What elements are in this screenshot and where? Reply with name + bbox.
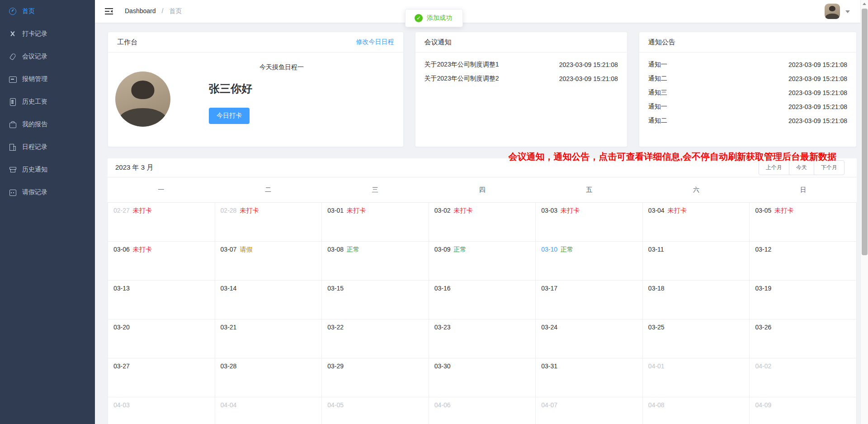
calendar-cell[interactable]: 03-08正常 [322, 242, 429, 281]
calendar-cell[interactable]: 03-23 [429, 319, 536, 358]
cell-date: 03-03 [541, 207, 557, 214]
calendar-cell[interactable]: 03-09正常 [429, 242, 536, 281]
calendar-cell[interactable]: 03-03未打卡 [536, 203, 643, 242]
calendar-cell[interactable]: 03-12 [750, 242, 857, 281]
breadcrumb-current: 首页 [169, 7, 182, 14]
calendar-cell[interactable]: 03-07请假 [215, 242, 322, 281]
cell-status: 未打卡 [133, 246, 152, 253]
calendar-cell[interactable]: 03-27 [108, 358, 215, 397]
cell-date: 03-05 [755, 207, 771, 214]
meeting-notice-row[interactable]: 关于2023年公司制度调整1 2023-03-09 15:21:08 [425, 61, 618, 69]
announcement-title[interactable]: 通知二 [648, 75, 667, 83]
cell-date: 03-12 [755, 246, 771, 253]
calendar-cell[interactable]: 03-24 [536, 319, 643, 358]
cell-date: 03-19 [755, 285, 771, 292]
calendar-cell[interactable]: 03-26 [750, 319, 857, 358]
calendar-cell[interactable]: 03-21 [215, 319, 322, 358]
cell-date: 03-02 [434, 207, 451, 214]
sidebar-item[interactable]: 请假记录 [0, 181, 95, 204]
sidebar-item[interactable]: 报销管理 [0, 68, 95, 91]
meeting-notice-row[interactable]: 关于2023年公司制度调整2 2023-03-09 15:21:08 [425, 75, 618, 83]
cell-status: 未打卡 [454, 207, 473, 214]
cell-date: 03-07 [221, 246, 237, 253]
breadcrumb-separator: / [161, 7, 163, 14]
calendar-cell[interactable]: 03-18 [643, 281, 750, 319]
calendar-cell[interactable]: 04-06 [429, 397, 536, 424]
calendar-cell[interactable]: 03-04未打卡 [643, 203, 750, 242]
calendar-cell[interactable]: 03-14 [215, 281, 322, 319]
calendar-cell[interactable]: 03-02未打卡 [429, 203, 536, 242]
calendar-cell[interactable]: 04-08 [643, 397, 750, 424]
scrollbar-thumb[interactable] [862, 9, 868, 255]
sidebar-item[interactable]: 会议记录 [0, 45, 95, 68]
calendar-cell[interactable]: 04-01 [643, 358, 750, 397]
announcement-row[interactable]: 通知二 2023-03-09 15:21:08 [648, 75, 847, 83]
user-menu[interactable] [825, 4, 850, 19]
calendar-cell[interactable]: 03-20 [108, 319, 215, 358]
calendar-cell[interactable]: 03-30 [429, 358, 536, 397]
announcement-title[interactable]: 通知三 [648, 89, 667, 97]
sidebar-item[interactable]: 历史工资 [0, 91, 95, 113]
sidebar-item[interactable]: 日程记录 [0, 136, 95, 158]
sidebar-item-label: 会议记录 [22, 52, 47, 61]
sidebar-item-label: 日程记录 [22, 143, 47, 151]
calendar-cell[interactable]: 03-28 [215, 358, 322, 397]
checkin-button[interactable]: 今日打卡 [209, 108, 250, 124]
calendar-cell[interactable]: 03-06未打卡 [108, 242, 215, 281]
announcements-card: 通知公告 通知一 2023-03-09 15:21:08 通知二 2023-03… [639, 32, 857, 147]
scrollbar-up-arrow-icon[interactable] [861, 0, 868, 7]
cards-row: 工作台 修改今日日程 今天摸鱼日程一 张三你好 今日打卡 会议通知 [108, 32, 857, 147]
calendar-cell[interactable]: 03-19 [750, 281, 857, 319]
sidebar-item[interactable]: 打卡记录 [0, 23, 95, 45]
calendar-cell[interactable]: 02-28未打卡 [215, 203, 322, 242]
edit-schedule-link[interactable]: 修改今日日程 [356, 38, 394, 46]
calendar-cell[interactable]: 03-25 [643, 319, 750, 358]
cell-date: 03-04 [648, 207, 665, 214]
workbench-card-header: 工作台 修改今日日程 [108, 32, 403, 52]
sidebar-item[interactable]: 我的报告 [0, 113, 95, 136]
meeting-notice-title[interactable]: 关于2023年公司制度调整1 [425, 61, 499, 69]
sidebar-item[interactable]: 首页 [0, 0, 95, 23]
calendar-cell[interactable]: 03-15 [322, 281, 429, 319]
calendar-cell[interactable]: 04-05 [322, 397, 429, 424]
calendar-cell[interactable]: 04-04 [215, 397, 322, 424]
breadcrumb-root[interactable]: Dashboard [125, 7, 156, 14]
announcement-title[interactable]: 通知一 [648, 103, 667, 111]
calendar-cell[interactable]: 03-31 [536, 358, 643, 397]
meeting-notice-title[interactable]: 关于2023年公司制度调整2 [425, 75, 499, 83]
sidebar-item-label: 打卡记录 [22, 30, 47, 38]
calendar-weekday-row: 一 二 三 四 五 六 日 [108, 177, 857, 203]
calendar-cell[interactable]: 03-11 [643, 242, 750, 281]
vertical-scrollbar[interactable] [860, 0, 868, 424]
calendar-cell[interactable]: 04-07 [536, 397, 643, 424]
sidebar-item-icon [9, 189, 16, 196]
sidebar-item[interactable]: 历史通知 [0, 158, 95, 181]
calendar-cell[interactable]: 04-03 [108, 397, 215, 424]
calendar-cell[interactable]: 04-02 [750, 358, 857, 397]
announcement-row[interactable]: 通知一 2023-03-09 15:21:08 [648, 61, 847, 69]
calendar-cell[interactable]: 04-09 [750, 397, 857, 424]
calendar-cell[interactable]: 03-17 [536, 281, 643, 319]
calendar-cell[interactable]: 03-05未打卡 [750, 203, 857, 242]
weekday-label: 四 [429, 177, 536, 202]
announcement-row[interactable]: 通知一 2023-03-09 15:21:08 [648, 103, 847, 111]
menu-fold-icon[interactable] [105, 8, 113, 15]
calendar-cell[interactable]: 03-22 [322, 319, 429, 358]
announcement-title[interactable]: 通知一 [648, 61, 667, 69]
cell-date: 04-02 [755, 362, 771, 370]
calendar-cell[interactable]: 02-27未打卡 [108, 203, 215, 242]
announcement-title[interactable]: 通知二 [648, 117, 667, 125]
success-check-icon: ✓ [415, 14, 423, 22]
chevron-down-icon[interactable] [845, 10, 850, 15]
calendar-cell[interactable]: 03-29 [322, 358, 429, 397]
calendar-cell[interactable]: 03-01未打卡 [322, 203, 429, 242]
calendar-cell[interactable]: 03-10正常 [536, 242, 643, 281]
sidebar-item-label: 首页 [22, 7, 35, 15]
announcement-row[interactable]: 通知二 2023-03-09 15:21:08 [648, 117, 847, 125]
announcement-row[interactable]: 通知三 2023-03-09 15:21:08 [648, 89, 847, 97]
announcements-list: 通知一 2023-03-09 15:21:08 通知二 2023-03-09 1… [639, 52, 856, 125]
user-avatar[interactable] [825, 4, 840, 19]
calendar-cell[interactable]: 03-13 [108, 281, 215, 319]
calendar-cell[interactable]: 03-16 [429, 281, 536, 319]
sidebar-item-icon [9, 121, 16, 128]
